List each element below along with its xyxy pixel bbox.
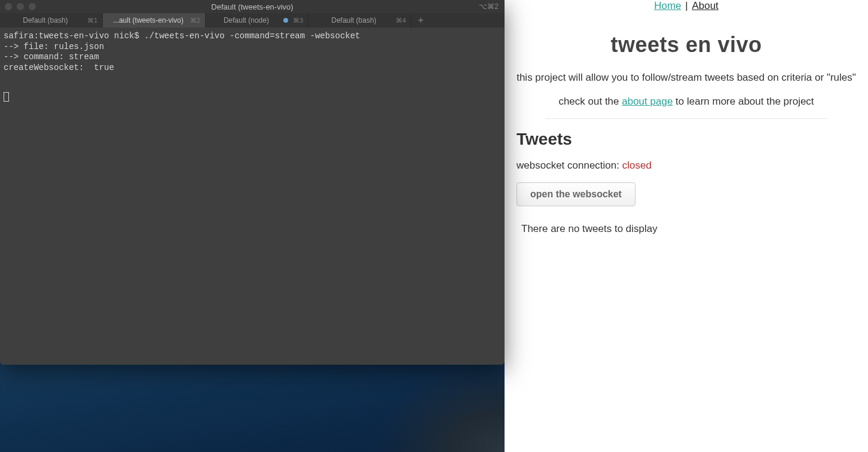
terminal-tab-4[interactable]: Default (bash) ⌘4	[308, 13, 411, 28]
page-title: tweets en vivo	[516, 32, 856, 57]
terminal-line: --> command: stream	[4, 52, 501, 63]
nav-separator: |	[683, 0, 691, 11]
terminal-cursor-icon	[4, 92, 9, 102]
activity-indicator-icon	[283, 18, 288, 23]
ws-status-value: closed	[622, 160, 652, 171]
tab-label: Default (bash)	[0, 16, 85, 25]
maximize-icon[interactable]	[29, 3, 36, 10]
terminal-tabbar: Default (bash) ⌘1 ...ault (tweets-en-viv…	[0, 13, 505, 28]
terminal-line: --> file: rules.json	[4, 42, 501, 53]
terminal-tab-2[interactable]: ...ault (tweets-en-vivo) ⌘2	[103, 13, 206, 28]
intro-pre: check out the	[558, 96, 622, 107]
traffic-lights	[5, 3, 36, 10]
window-title: Default (tweets-en-vivo)	[211, 2, 293, 11]
desktop-area: Default (tweets-en-vivo) ⌥⌘2 Default (ba…	[0, 0, 505, 452]
divider	[545, 118, 827, 119]
intro-post: to learn more about the project	[673, 96, 814, 107]
tweets-section-title: Tweets	[516, 130, 856, 149]
terminal-tab-3[interactable]: Default (node) ⌘3	[206, 13, 308, 28]
ws-status-label: websocket connection:	[516, 160, 622, 171]
terminal-line: safira:tweets-en-vivo nick$ ./tweets-en-…	[4, 31, 501, 42]
terminal-body[interactable]: safira:tweets-en-vivo nick$ ./tweets-en-…	[0, 28, 505, 365]
top-nav: Home | About	[516, 0, 856, 14]
terminal-window: Default (tweets-en-vivo) ⌥⌘2 Default (ba…	[0, 0, 505, 365]
minimize-icon[interactable]	[17, 3, 24, 10]
titlebar[interactable]: Default (tweets-en-vivo) ⌥⌘2	[0, 0, 505, 13]
terminal-line: createWebsocket: true	[4, 63, 501, 74]
tab-label: Default (bash)	[308, 16, 393, 25]
add-tab-button[interactable]: +	[411, 13, 430, 28]
tab-shortcut: ⌘1	[87, 17, 102, 25]
titlebar-shortcut: ⌥⌘2	[479, 2, 499, 11]
tab-label: ...ault (tweets-en-vivo)	[103, 16, 188, 25]
tab-shortcut: ⌘4	[396, 17, 411, 25]
plus-icon: +	[418, 15, 423, 26]
terminal-tab-1[interactable]: Default (bash) ⌘1	[0, 13, 103, 28]
about-page-link[interactable]: about page	[622, 96, 673, 107]
websocket-status: websocket connection: closed	[516, 160, 856, 172]
nav-about-link[interactable]: About	[692, 0, 718, 11]
no-tweets-message: There are no tweets to display	[516, 223, 856, 235]
intro-text-2: check out the about page to learn more a…	[516, 96, 856, 108]
open-websocket-button[interactable]: open the websocket	[516, 182, 635, 206]
tab-shortcut: ⌘2	[190, 17, 205, 25]
tab-shortcut: ⌘3	[293, 17, 308, 25]
web-page: Home | About tweets en vivo this project…	[505, 0, 868, 452]
intro-text-1: this project will allow you to follow/st…	[516, 72, 856, 84]
tab-label: Default (node)	[206, 16, 281, 25]
nav-home-link[interactable]: Home	[654, 0, 681, 11]
close-icon[interactable]	[5, 3, 12, 10]
